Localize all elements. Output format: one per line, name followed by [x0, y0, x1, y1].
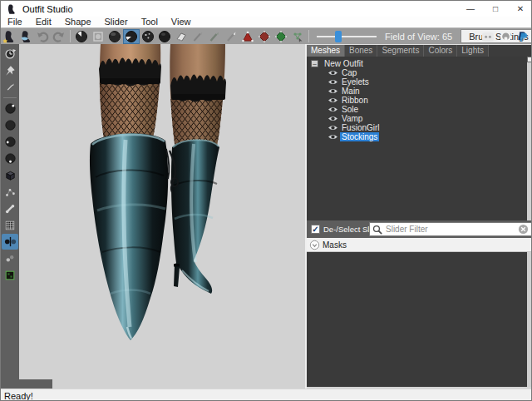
tree-item-sole[interactable]: Sole — [307, 105, 527, 114]
color-brush-icon[interactable] — [206, 29, 223, 44]
tree-root-row[interactable]: – New Outfit — [307, 59, 527, 68]
field-of-view-slider[interactable] — [317, 31, 377, 42]
pin-tool-icon[interactable] — [2, 62, 18, 78]
tab-bones[interactable]: Bones — [345, 45, 377, 57]
sliders-scrollbar[interactable] — [527, 252, 532, 387]
menu-tool[interactable]: Tool — [135, 17, 165, 27]
visibility-eye-icon[interactable] — [328, 69, 339, 77]
main-toolbar: Field of View: 65 Brush Settings — [1, 27, 532, 44]
visibility-eye-icon[interactable] — [328, 78, 339, 86]
tab-colors[interactable]: Colors — [424, 45, 457, 57]
pen-tool-icon[interactable] — [2, 79, 18, 95]
mesh-tree: – New Outfit Cap Eyelets Main Ribb — [307, 57, 527, 220]
paypal-icon[interactable] — [515, 29, 530, 44]
viewport-3d[interactable] — [19, 44, 305, 389]
move-brush-icon[interactable] — [156, 29, 173, 44]
mesh-name: FusionGirl — [340, 123, 382, 132]
menu-view[interactable]: View — [165, 17, 198, 27]
sidebar-footer — [1, 379, 52, 389]
tab-meshes[interactable]: Meshes — [307, 45, 345, 57]
tab-segments[interactable]: Segments — [377, 45, 424, 57]
status-bar: Ready! — [1, 389, 532, 401]
tree-item-fusiongirl[interactable]: FusionGirl — [307, 123, 527, 132]
transform-tool-icon[interactable] — [2, 46, 18, 62]
mask-brush-icon[interactable] — [73, 29, 90, 44]
visibility-eye-icon[interactable] — [328, 97, 339, 104]
sphere-brush-top-icon[interactable] — [2, 101, 18, 116]
close-button[interactable]: ✕ — [508, 1, 532, 17]
flip-edge-icon[interactable] — [256, 29, 273, 44]
cube-tool-icon[interactable] — [2, 167, 18, 183]
undo-icon[interactable] — [34, 29, 51, 44]
alpha-brush-icon[interactable] — [223, 29, 239, 44]
slider-filter-input[interactable] — [382, 225, 518, 234]
model-render — [19, 44, 305, 389]
split-edge-icon[interactable] — [273, 29, 289, 44]
bone-icon[interactable] — [2, 200, 18, 216]
visibility-eye-icon[interactable] — [328, 124, 339, 131]
weight-brush-icon[interactable] — [190, 29, 206, 44]
sphere-brush-bottom-icon[interactable] — [2, 151, 18, 166]
discord-icon[interactable] — [480, 29, 495, 44]
grid-icon[interactable] — [2, 217, 18, 233]
sliders-panel — [307, 252, 527, 387]
inflate-brush-icon[interactable] — [106, 29, 123, 44]
tree-item-stockings[interactable]: Stockings — [307, 132, 527, 141]
redo-icon[interactable] — [51, 29, 67, 44]
masks-section-header[interactable]: Masks — [307, 238, 532, 252]
menu-slider[interactable]: Slider — [98, 17, 135, 27]
search-icon — [372, 225, 382, 235]
visibility-eye-icon[interactable] — [328, 115, 339, 122]
field-of-view-label: Field of View: 65 — [385, 32, 452, 42]
tree-item-ribbon[interactable]: Ribbon — [307, 96, 527, 105]
menu-shape[interactable]: Shape — [58, 17, 98, 27]
tree-scrollbar[interactable] — [527, 57, 532, 220]
clear-filter-icon[interactable] — [518, 224, 529, 235]
sphere-brush-left-icon[interactable] — [2, 134, 18, 150]
sidebar-separator — [3, 97, 17, 98]
x-mirror-icon[interactable] — [2, 234, 18, 250]
collapse-vertex-icon[interactable] — [239, 29, 256, 44]
masks-label: Masks — [323, 240, 347, 250]
mesh-name: Eyelets — [340, 77, 371, 87]
mesh-name: Cap — [340, 68, 358, 77]
app-icon — [6, 3, 17, 15]
outfit-root-label: New Outfit — [324, 59, 363, 68]
select-tool-icon[interactable] — [90, 29, 106, 44]
collapse-icon[interactable]: – — [311, 60, 318, 67]
load-outfit-icon[interactable] — [1, 29, 17, 44]
visibility-eye-icon[interactable] — [328, 133, 339, 141]
left-tool-sidebar — [1, 44, 19, 389]
maximize-button[interactable]: □ — [483, 1, 508, 17]
mesh-name: Main — [340, 87, 362, 96]
toolbar-separator — [70, 30, 71, 42]
vertex-path-icon[interactable] — [2, 184, 18, 200]
tree-item-cap[interactable]: Cap — [307, 68, 527, 77]
deflate-brush-icon[interactable] — [123, 29, 140, 44]
connected-dots-icon[interactable] — [2, 250, 18, 266]
tree-item-main[interactable]: Main — [307, 87, 527, 96]
minimize-button[interactable]: — — [458, 1, 483, 17]
tree-item-eyelets[interactable]: Eyelets — [307, 77, 527, 87]
tree-item-vamp[interactable]: Vamp — [307, 114, 527, 123]
chevron-down-icon[interactable] — [309, 240, 320, 250]
main-area: Meshes Bones Segments Colors Lights – Ne… — [1, 44, 532, 389]
mesh-name: Sole — [340, 105, 360, 114]
toolbar-separator — [308, 30, 309, 42]
menu-file[interactable]: File — [1, 17, 29, 27]
deselect-sliders-checkbox[interactable]: ✓ — [311, 225, 320, 234]
slider-thumb[interactable] — [335, 31, 342, 42]
mesh-name: Vamp — [340, 114, 364, 123]
visibility-eye-icon[interactable] — [328, 87, 339, 95]
sphere-brush-solid-icon[interactable] — [2, 117, 18, 133]
visibility-eye-icon[interactable] — [328, 106, 339, 113]
tab-lights[interactable]: Lights — [457, 45, 489, 57]
load-project-icon[interactable] — [17, 29, 34, 44]
eraser-icon[interactable] — [173, 29, 190, 44]
menu-edit[interactable]: Edit — [29, 17, 58, 27]
github-icon[interactable] — [498, 29, 513, 44]
move-vertex-icon[interactable] — [289, 29, 306, 44]
status-text: Ready! — [4, 391, 33, 401]
texture-toggle-icon[interactable] — [2, 267, 18, 283]
smooth-brush-icon[interactable] — [140, 29, 156, 44]
